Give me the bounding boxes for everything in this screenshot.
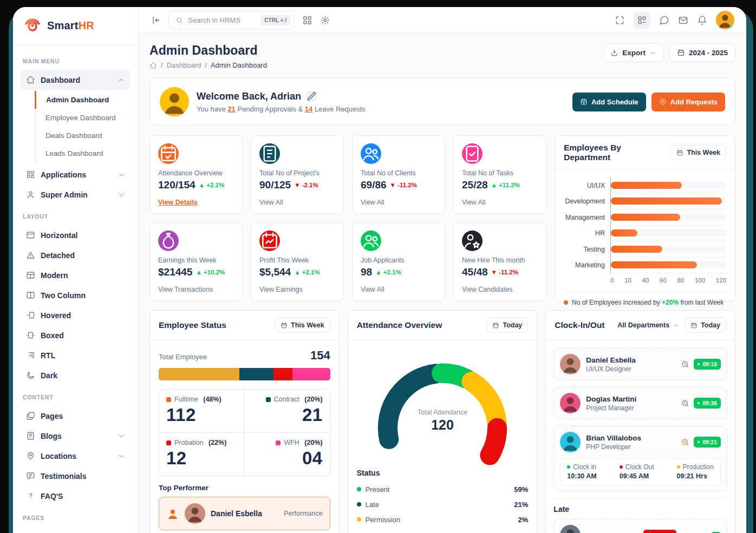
sidebar-item-boxed[interactable]: Boxed [21,325,131,345]
stat-link[interactable]: View Candidates [462,286,538,293]
home-icon[interactable] [149,62,157,69]
stat-value: 25/28 [462,179,488,191]
stat-link[interactable]: View All [462,199,538,206]
stat-value: 90/125 [259,179,291,191]
chevron-down-icon [118,191,125,199]
stat-card-total-no-of-project-s: Total No of Project's 90/125 ▼ -2.1% Vie… [251,135,344,214]
stat-link[interactable]: View Earnings [259,286,335,293]
welcome-card: Welcome Back, Adrian You have 21 Pending… [149,78,735,126]
chevron-up-icon [118,76,125,84]
avatar [185,503,205,524]
settings-gear-icon[interactable] [320,15,330,25]
breadcrumb-dashboard[interactable]: Dashboard [167,61,201,69]
fullscreen-icon[interactable] [615,15,625,25]
leave-requests-link[interactable]: 14 [305,105,312,113]
trend-down-indicator: ▼ -2.1% [294,182,318,188]
breadcrumb-current: Admin Dashboard [211,61,267,69]
sidebar-item-locations[interactable]: Locations [21,446,131,466]
edit-profile-button[interactable] [305,90,317,102]
page-content: Admin Dashboard / Dashboard / Admin Dash… [139,34,746,533]
stat-link[interactable]: View All [259,199,335,206]
trend-up-indicator: ▲ +2.1% [375,269,401,275]
add-schedule-button[interactable]: Add Schedule [572,93,646,111]
sidebar-item-two-column[interactable]: Two Column [21,285,131,305]
clock-out-icon[interactable] [681,360,689,369]
calendar-icon [676,149,683,156]
performer-name: Daniel Esbella [211,509,262,518]
period-filter-button[interactable]: Today [486,318,528,333]
top-performer-box[interactable]: Daniel Esbella Performance [159,497,330,530]
clock-row-doglas-martini[interactable]: Doglas Martini Project Manager 09:36 [553,387,727,419]
clock-out-icon[interactable] [681,438,689,446]
departments-filter-dropdown[interactable]: All Departments [617,321,679,329]
avatar [560,432,581,452]
bar-category-label: Testing [564,246,610,253]
pending-approvals-link[interactable]: 21 [227,105,235,113]
period-filter-button[interactable]: Today [685,318,726,333]
legend-dot [357,502,361,506]
period-filter-button[interactable]: This Week [670,145,726,160]
sidebar-item-detached[interactable]: Detached [21,245,131,265]
stat-link[interactable]: View Details [158,199,234,206]
apps-icon [26,170,35,179]
bar-category-label: UI/UX [564,182,610,189]
sidebar: SmartHR MAIN MENU Dashboard Admin Dashbo… [13,7,139,533]
stat-card-total-no-of-tasks: Total No of Tasks 25/28 ▲ +11.2% View Al… [453,135,546,214]
stat-link[interactable]: View Transactions [158,286,234,293]
period-filter-button[interactable]: This Week [275,318,330,333]
stat-value: 98 [361,266,372,278]
sidebar-subitem-admin-dashboard[interactable]: Admin Dashboard [35,91,131,109]
sidebar-item-modern[interactable]: Modern [21,265,131,285]
sidebar-item-pages[interactable]: Pages [21,406,131,426]
add-requests-button[interactable]: Add Requests [651,93,725,111]
sidebar-item-dashboard[interactable]: Dashboard [21,70,131,90]
stat-value: 69/86 [361,179,387,191]
sidebar-subitem-leads-dashboard[interactable]: Leads Dashboard [35,144,131,162]
chat-icon[interactable] [659,15,669,25]
search-box: CTRL + / [168,11,295,30]
user-avatar[interactable] [716,11,734,29]
year-range-button[interactable]: 2024 - 2025 [669,43,735,62]
status-count: 21 [251,405,322,425]
sidebar-item-faq-s[interactable]: FAQ'S [21,486,131,506]
sidebar-item-dark[interactable]: Dark [21,365,131,385]
search-input[interactable] [188,16,256,24]
sidebar-subitem-deals-dashboard[interactable]: Deals Dashboard [35,127,131,144]
legend-dot [677,465,680,469]
bar-category-label: HR [564,229,610,237]
apps-shortcut-icon[interactable] [302,15,312,25]
faq-icon [26,491,35,501]
sidebar-item-label: FAQ'S [41,492,63,501]
sidebar-subitem-employee-dashboard[interactable]: Employee Dashboard [35,109,131,127]
calendar-check-icon [158,143,179,164]
stat-value: $21445 [158,266,192,278]
sidebar-item-rtl[interactable]: RTL [21,345,131,365]
sidebar-item-starter[interactable]: Starter [21,527,131,533]
sidebar-item-applications[interactable]: Applications [21,164,131,185]
sidebar-collapse-icon[interactable] [151,15,161,25]
clock-out-icon[interactable] [681,399,689,407]
sidebar-item-testimonials[interactable]: Testimonials [21,466,131,486]
sidebar-item-blogs[interactable]: Blogs [21,426,131,446]
home-icon [26,75,35,84]
mail-icon[interactable] [678,15,688,25]
layout-toggle-button[interactable] [634,12,650,29]
clock-row-daniel-esbella[interactable]: Daniel Esbella UI/UX Designer 09:15 [553,348,727,380]
stat-link[interactable]: View All [361,199,436,206]
status-cell-wfh: WFH (20%) 04 [244,433,329,476]
export-button[interactable]: Export [603,43,664,62]
status-count: 04 [251,448,322,469]
clock-row-anthony-lewis[interactable]: Anthony Lewis 30 Min [553,519,727,533]
employee-role: PHP Developer [586,443,641,451]
sidebar-item-super-admin[interactable]: Super Admin [21,185,131,205]
notifications-bell-icon[interactable] [697,15,707,25]
clock-row-brian-villalobos[interactable]: Brian Villalobos PHP Developer 09:21 Clo… [553,426,727,491]
sidebar-item-horizontal[interactable]: Horizontal [21,225,131,245]
brand-logo[interactable]: SmartHR [13,7,138,45]
stat-link[interactable]: View All [361,286,436,293]
employee-name: Daniel Esbella [586,356,636,364]
sidebar-item-hovered[interactable]: Hovered [21,305,131,325]
card-title: Attendance Overview [357,320,442,330]
legend-row-present: Present 59% [357,482,529,497]
stat-label: Earnings this Week [158,256,234,264]
